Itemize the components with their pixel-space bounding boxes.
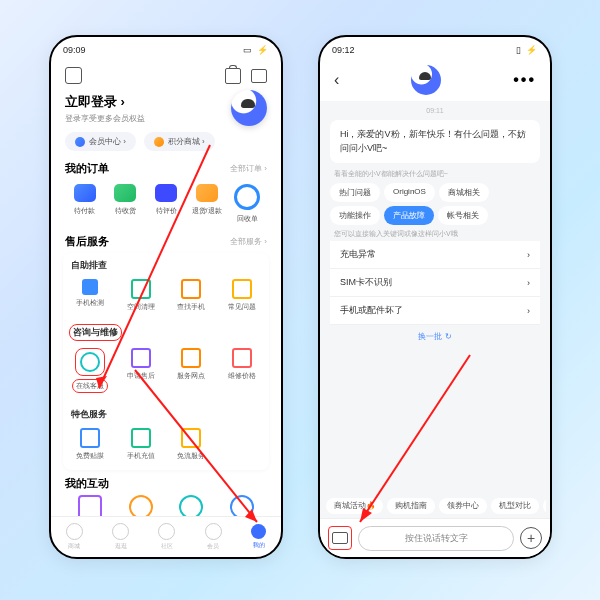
tab-explore[interactable]: 逛逛 [112, 523, 129, 551]
status-bar-r: 09:12 ▯ ⚡ [320, 37, 550, 59]
quick-more[interactable]: 以 [543, 498, 546, 514]
recharge[interactable]: 手机充值 [116, 423, 167, 466]
phone-right: 09:12 ▯ ⚡ ‹ ••• 09:11 Hi，亲爱的V粉，新年快乐！有什么问… [318, 35, 552, 559]
points-pill[interactable]: 积分商城 › [144, 132, 215, 151]
consult-title: 咨询与维修 [69, 324, 122, 341]
data-icon [181, 428, 201, 448]
interact-icon-4 [230, 495, 254, 516]
order-refund[interactable]: 退货/退款 [189, 184, 225, 224]
input-bar: 按住说话转文字 + [320, 518, 550, 557]
refresh-batch[interactable]: 换一批 ↻ [324, 325, 546, 348]
quick-activity[interactable]: 商城活动🔥 [326, 498, 383, 514]
phone-detect-icon [82, 279, 98, 295]
points-icon [154, 137, 164, 147]
quick-guide[interactable]: 购机指南 [387, 498, 435, 514]
service-points[interactable]: 服务网点 [166, 343, 217, 398]
left-body: 立即登录 › 登录享受更多会员权益 会员中心 › 积分商城 › 我的订单全部订单… [51, 59, 281, 516]
ii-2[interactable] [118, 495, 164, 516]
faq-sim[interactable]: SIM卡不识别› [330, 269, 540, 297]
service-card: 自助排查 手机检测 空间清理 查找手机 常见问题 咨询与维修 在线客服 申请售后… [63, 253, 269, 470]
plus-button[interactable]: + [520, 527, 542, 549]
ii-1[interactable] [67, 495, 113, 516]
chip-fault[interactable]: 产品故障 [384, 206, 434, 225]
free-data[interactable]: 免流服务 [166, 423, 217, 466]
avatar[interactable] [231, 90, 267, 126]
voice-input[interactable]: 按住说话转文字 [358, 526, 514, 551]
interact-icon-2 [129, 495, 153, 516]
tab-mall[interactable]: 商城 [66, 523, 83, 551]
consult-grid: 在线客服 申请售后 服务网点 维修价格 [63, 341, 269, 402]
back-button[interactable]: ‹ [334, 71, 339, 89]
order-rate[interactable]: 待评价 [148, 184, 184, 224]
ship-icon [114, 184, 136, 202]
quick-coupon[interactable]: 领券中心 [439, 498, 487, 514]
more-button[interactable]: ••• [513, 71, 536, 89]
apply-icon [131, 348, 151, 368]
chat-body: 09:11 Hi，亲爱的V粉，新年快乐！有什么问题，不妨问问小V吧~ 看看全能的… [320, 101, 550, 518]
chevron-right-icon: › [527, 278, 530, 288]
chip-account[interactable]: 帐号相关 [438, 206, 488, 225]
keyboard-button[interactable] [328, 526, 352, 550]
refund-icon [196, 184, 218, 202]
free-film[interactable]: 免费贴膜 [65, 423, 116, 466]
self-title: 自助排查 [63, 253, 269, 272]
orders-section: 我的订单全部订单 › [51, 155, 281, 178]
status-time-r: 09:12 [332, 45, 355, 55]
chip-function[interactable]: 功能操作 [330, 206, 380, 225]
interact-icon-3 [179, 495, 203, 516]
tab-mine[interactable]: 我的 [251, 524, 266, 550]
recharge-icon [131, 428, 151, 448]
orders-more[interactable]: 全部订单 › [230, 163, 267, 174]
tab-member-icon [205, 523, 222, 540]
keyboard-icon [332, 532, 348, 544]
messages-icon[interactable] [251, 69, 267, 83]
online-service[interactable]: 在线客服 [65, 343, 116, 398]
chat-avatar[interactable] [411, 65, 441, 95]
clean-icon [131, 279, 151, 299]
faq-charge[interactable]: 充电异常› [330, 241, 540, 269]
chat-header: ‹ ••• [320, 59, 550, 101]
recycle-icon [234, 184, 260, 210]
tab-community[interactable]: 社区 [158, 523, 175, 551]
ii-4[interactable] [219, 495, 265, 516]
chip-originos[interactable]: OriginOS [384, 183, 435, 202]
headset-icon [80, 352, 100, 372]
chip-hot[interactable]: 热门问题 [330, 183, 380, 202]
chevron-right-icon: › [527, 250, 530, 260]
find-icon [181, 279, 201, 299]
login-title: 立即登录 › [65, 93, 145, 111]
settings-icon[interactable] [65, 67, 82, 84]
chat-timestamp: 09:11 [324, 105, 546, 116]
cart-icon[interactable] [225, 68, 241, 84]
quick-compare[interactable]: 机型对比 [491, 498, 539, 514]
after-more[interactable]: 全部服务 › [230, 236, 267, 247]
self-clean[interactable]: 空间清理 [116, 274, 167, 317]
film-icon [80, 428, 100, 448]
pill-row: 会员中心 › 积分商城 › [51, 128, 281, 155]
chip-mall[interactable]: 商城相关 [439, 183, 489, 202]
order-ship[interactable]: 待收货 [108, 184, 144, 224]
chevron-right-icon: › [527, 306, 530, 316]
order-recycle[interactable]: 回收单 [229, 184, 265, 224]
apply-after[interactable]: 申请售后 [116, 343, 167, 398]
repair-price[interactable]: 维修价格 [217, 343, 268, 398]
interact-icon-1 [78, 495, 102, 516]
category-chips: 热门问题 OriginOS 商城相关 功能操作 产品故障 帐号相关 [324, 181, 546, 227]
status-bar: 09:09 ▭ ⚡ [51, 37, 281, 59]
faq-broken[interactable]: 手机或配件坏了› [330, 297, 540, 325]
tab-member[interactable]: 会员 [205, 523, 222, 551]
quick-row: 商城活动🔥 购机指南 领券中心 机型对比 以 [324, 494, 546, 518]
interact-section: 我的互动 [51, 472, 281, 516]
login-row[interactable]: 立即登录 › 登录享受更多会员权益 [51, 86, 281, 128]
self-find[interactable]: 查找手机 [166, 274, 217, 317]
hint-1: 看看全能的小V都能解决什么问题吧~ [334, 169, 536, 179]
self-faq[interactable]: 常见问题 [217, 274, 268, 317]
ii-3[interactable] [169, 495, 215, 516]
self-phone-detect[interactable]: 手机检测 [65, 274, 116, 317]
tab-community-icon [158, 523, 175, 540]
interact-title: 我的互动 [65, 476, 109, 491]
greeting-bubble: Hi，亲爱的V粉，新年快乐！有什么问题，不妨问问小V吧~ [330, 120, 540, 163]
special-grid: 免费贴膜 手机充值 免流服务 [63, 421, 269, 470]
order-pay[interactable]: 待付款 [67, 184, 103, 224]
member-pill[interactable]: 会员中心 › [65, 132, 136, 151]
